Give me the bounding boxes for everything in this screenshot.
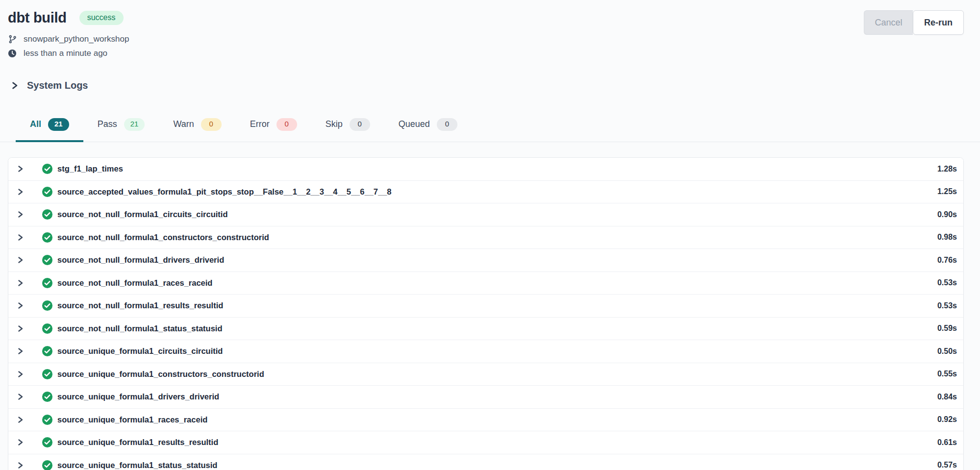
git-branch-icon	[8, 35, 17, 44]
run-actions: Cancel Re-run	[864, 10, 964, 35]
tab-warn[interactable]: Warn 0	[159, 114, 235, 142]
check-circle-icon	[42, 186, 53, 198]
result-name: source_not_null_formula1_circuits_circui…	[57, 210, 228, 219]
system-logs-label: System Logs	[27, 80, 88, 91]
check-circle-icon	[42, 391, 53, 402]
tab-count-badge: 0	[437, 118, 457, 131]
check-circle-icon	[42, 277, 53, 289]
result-duration: 1.28s	[937, 165, 957, 173]
result-row[interactable]: stg_f1_lap_times 1.28s	[8, 158, 963, 181]
result-name: source_unique_formula1_constructors_cons…	[57, 370, 264, 379]
result-name: source_unique_formula1_results_resultid	[57, 438, 218, 447]
result-duration: 1.25s	[937, 187, 957, 196]
tab-all[interactable]: All 21	[16, 114, 83, 142]
tab-count-badge: 21	[48, 118, 69, 131]
check-circle-icon	[42, 232, 53, 243]
result-name: source_accepted_values_formula1_pit_stop…	[57, 187, 392, 197]
result-name: source_unique_formula1_races_raceid	[57, 415, 207, 424]
branch-row: snowpark_python_workshop	[8, 34, 963, 44]
chevron-right-icon	[11, 81, 19, 90]
tab-count-badge: 0	[276, 118, 297, 131]
chevron-right-icon[interactable]	[17, 302, 24, 309]
result-name: source_not_null_formula1_status_statusid	[57, 324, 223, 333]
check-circle-icon	[42, 323, 53, 334]
result-name: source_not_null_formula1_results_resulti…	[57, 301, 223, 310]
tab-count-badge: 0	[201, 118, 222, 131]
result-row[interactable]: source_unique_formula1_drivers_driverid …	[8, 386, 963, 409]
tab-error[interactable]: Error 0	[236, 114, 311, 142]
page-title: dbt build	[8, 10, 67, 26]
result-row[interactable]: source_unique_formula1_status_statusid 0…	[8, 454, 963, 470]
chevron-right-icon[interactable]	[17, 325, 24, 332]
result-row[interactable]: source_unique_formula1_races_raceid 0.92…	[8, 409, 963, 432]
check-circle-icon	[42, 346, 53, 357]
system-logs-toggle[interactable]: System Logs	[11, 80, 88, 91]
result-row[interactable]: source_unique_formula1_results_resultid …	[8, 431, 963, 454]
tab-label: Pass	[98, 119, 117, 129]
time-ago: less than a minute ago	[24, 49, 107, 58]
tab-queued[interactable]: Queued 0	[384, 114, 472, 142]
tab-label: Error	[250, 119, 270, 129]
check-circle-icon	[42, 163, 53, 174]
status-badge: success	[79, 11, 124, 25]
result-duration: 0.55s	[937, 370, 957, 378]
run-header: dbt build success snowpark_python_worksh…	[0, 0, 980, 58]
result-duration: 0.92s	[937, 415, 957, 424]
tab-label: Warn	[173, 119, 194, 129]
result-row[interactable]: source_unique_formula1_constructors_cons…	[8, 363, 963, 386]
chevron-right-icon[interactable]	[17, 371, 24, 378]
tab-skip[interactable]: Skip 0	[311, 114, 384, 142]
result-name: stg_f1_lap_times	[57, 164, 123, 173]
result-row[interactable]: source_not_null_formula1_drivers_driveri…	[8, 249, 963, 272]
rerun-button[interactable]: Re-run	[913, 10, 964, 35]
tab-count-badge: 0	[350, 118, 370, 131]
chevron-right-icon[interactable]	[17, 439, 24, 446]
cancel-button[interactable]: Cancel	[864, 10, 913, 35]
check-circle-icon	[42, 300, 53, 311]
result-duration: 0.90s	[937, 210, 957, 219]
check-circle-icon	[42, 460, 53, 470]
result-duration: 0.76s	[937, 256, 957, 265]
result-row[interactable]: source_unique_formula1_circuits_circuiti…	[8, 340, 963, 363]
result-row[interactable]: source_accepted_values_formula1_pit_stop…	[8, 181, 963, 204]
chevron-right-icon[interactable]	[17, 256, 24, 264]
chevron-right-icon[interactable]	[17, 211, 24, 218]
results-list: stg_f1_lap_times 1.28s source_accepted_v…	[8, 157, 964, 470]
chevron-right-icon[interactable]	[17, 416, 24, 423]
check-circle-icon	[42, 254, 53, 266]
result-duration: 0.61s	[937, 438, 957, 447]
result-duration: 0.53s	[937, 301, 957, 310]
chevron-right-icon[interactable]	[17, 462, 24, 469]
check-circle-icon	[42, 437, 53, 448]
check-circle-icon	[42, 369, 53, 380]
chevron-right-icon[interactable]	[17, 347, 24, 355]
result-duration: 0.84s	[937, 393, 957, 401]
result-name: source_unique_formula1_circuits_circuiti…	[57, 346, 223, 356]
tab-pass[interactable]: Pass 21	[83, 114, 159, 142]
result-duration: 0.53s	[937, 278, 957, 287]
result-row[interactable]: source_not_null_formula1_status_statusid…	[8, 318, 963, 341]
chevron-right-icon[interactable]	[17, 279, 24, 287]
check-circle-icon	[42, 209, 53, 220]
tab-label: Skip	[326, 119, 343, 129]
result-name: source_not_null_formula1_races_raceid	[57, 278, 212, 288]
tab-label: Queued	[399, 119, 430, 129]
chevron-right-icon[interactable]	[17, 165, 24, 173]
result-row[interactable]: source_not_null_formula1_races_raceid 0.…	[8, 272, 963, 295]
clock-icon	[8, 49, 17, 58]
result-name: source_not_null_formula1_constructors_co…	[57, 233, 269, 242]
chevron-right-icon[interactable]	[17, 188, 24, 196]
result-name: source_unique_formula1_drivers_driverid	[57, 392, 219, 401]
chevron-right-icon[interactable]	[17, 393, 24, 400]
branch-name: snowpark_python_workshop	[24, 34, 129, 44]
tab-label: All	[30, 119, 41, 129]
time-row: less than a minute ago	[8, 49, 963, 58]
result-name: source_unique_formula1_status_statusid	[57, 461, 217, 470]
result-row[interactable]: source_not_null_formula1_circuits_circui…	[8, 203, 963, 226]
result-row[interactable]: source_not_null_formula1_results_resulti…	[8, 295, 963, 318]
result-row[interactable]: source_not_null_formula1_constructors_co…	[8, 226, 963, 249]
chevron-right-icon[interactable]	[17, 234, 24, 241]
tabs: All 21 Pass 21 Warn 0 Error 0 Skip 0 Que…	[0, 114, 980, 142]
result-duration: 0.98s	[937, 233, 957, 242]
check-circle-icon	[42, 414, 53, 425]
